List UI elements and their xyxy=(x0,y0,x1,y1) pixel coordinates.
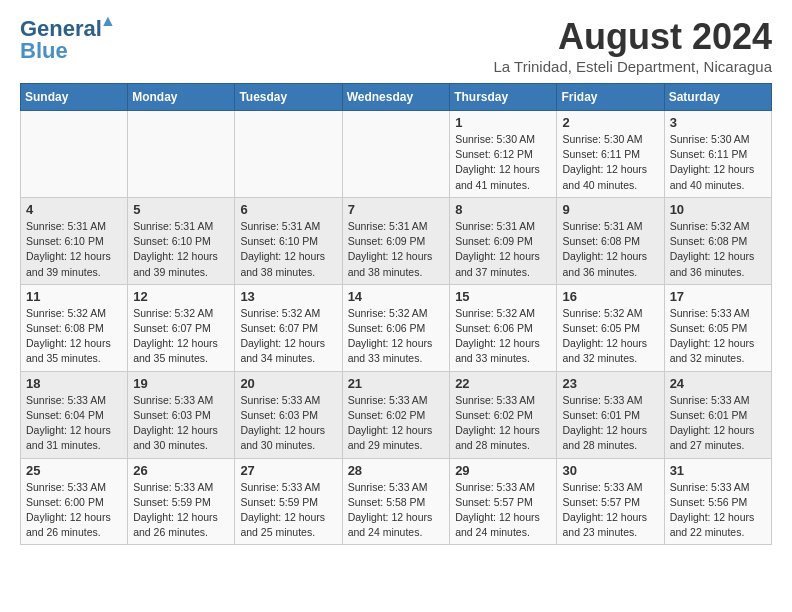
day-info: Sunrise: 5:33 AM Sunset: 5:57 PM Dayligh… xyxy=(562,480,658,541)
day-cell: 18Sunrise: 5:33 AM Sunset: 6:04 PM Dayli… xyxy=(21,371,128,458)
day-number: 27 xyxy=(240,463,336,478)
column-header-thursday: Thursday xyxy=(450,84,557,111)
day-number: 30 xyxy=(562,463,658,478)
day-number: 18 xyxy=(26,376,122,391)
day-cell: 15Sunrise: 5:32 AM Sunset: 6:06 PM Dayli… xyxy=(450,284,557,371)
day-cell: 17Sunrise: 5:33 AM Sunset: 6:05 PM Dayli… xyxy=(664,284,771,371)
day-info: Sunrise: 5:32 AM Sunset: 6:06 PM Dayligh… xyxy=(455,306,551,367)
week-row-1: 1Sunrise: 5:30 AM Sunset: 6:12 PM Daylig… xyxy=(21,111,772,198)
day-number: 29 xyxy=(455,463,551,478)
day-number: 7 xyxy=(348,202,445,217)
day-cell xyxy=(342,111,450,198)
day-number: 11 xyxy=(26,289,122,304)
day-cell: 19Sunrise: 5:33 AM Sunset: 6:03 PM Dayli… xyxy=(128,371,235,458)
header: General ▲ Blue August 2024 La Trinidad, … xyxy=(20,16,772,75)
column-header-sunday: Sunday xyxy=(21,84,128,111)
day-cell: 16Sunrise: 5:32 AM Sunset: 6:05 PM Dayli… xyxy=(557,284,664,371)
day-info: Sunrise: 5:33 AM Sunset: 6:03 PM Dayligh… xyxy=(133,393,229,454)
day-number: 31 xyxy=(670,463,766,478)
week-row-4: 18Sunrise: 5:33 AM Sunset: 6:04 PM Dayli… xyxy=(21,371,772,458)
day-cell: 27Sunrise: 5:33 AM Sunset: 5:59 PM Dayli… xyxy=(235,458,342,545)
day-info: Sunrise: 5:32 AM Sunset: 6:07 PM Dayligh… xyxy=(240,306,336,367)
day-info: Sunrise: 5:33 AM Sunset: 6:04 PM Dayligh… xyxy=(26,393,122,454)
day-cell: 12Sunrise: 5:32 AM Sunset: 6:07 PM Dayli… xyxy=(128,284,235,371)
header-row: SundayMondayTuesdayWednesdayThursdayFrid… xyxy=(21,84,772,111)
day-info: Sunrise: 5:33 AM Sunset: 5:59 PM Dayligh… xyxy=(133,480,229,541)
day-number: 12 xyxy=(133,289,229,304)
week-row-3: 11Sunrise: 5:32 AM Sunset: 6:08 PM Dayli… xyxy=(21,284,772,371)
day-number: 28 xyxy=(348,463,445,478)
day-number: 26 xyxy=(133,463,229,478)
day-cell: 20Sunrise: 5:33 AM Sunset: 6:03 PM Dayli… xyxy=(235,371,342,458)
column-header-friday: Friday xyxy=(557,84,664,111)
main-title: August 2024 xyxy=(494,16,772,58)
day-number: 13 xyxy=(240,289,336,304)
day-cell xyxy=(21,111,128,198)
day-cell: 28Sunrise: 5:33 AM Sunset: 5:58 PM Dayli… xyxy=(342,458,450,545)
day-cell: 4Sunrise: 5:31 AM Sunset: 6:10 PM Daylig… xyxy=(21,197,128,284)
column-header-saturday: Saturday xyxy=(664,84,771,111)
day-number: 24 xyxy=(670,376,766,391)
logo: General ▲ Blue xyxy=(20,16,102,64)
day-cell: 8Sunrise: 5:31 AM Sunset: 6:09 PM Daylig… xyxy=(450,197,557,284)
day-number: 5 xyxy=(133,202,229,217)
day-cell: 26Sunrise: 5:33 AM Sunset: 5:59 PM Dayli… xyxy=(128,458,235,545)
day-number: 14 xyxy=(348,289,445,304)
day-info: Sunrise: 5:33 AM Sunset: 6:03 PM Dayligh… xyxy=(240,393,336,454)
day-info: Sunrise: 5:32 AM Sunset: 6:06 PM Dayligh… xyxy=(348,306,445,367)
day-number: 15 xyxy=(455,289,551,304)
calendar-body: 1Sunrise: 5:30 AM Sunset: 6:12 PM Daylig… xyxy=(21,111,772,545)
day-cell: 10Sunrise: 5:32 AM Sunset: 6:08 PM Dayli… xyxy=(664,197,771,284)
calendar-header: SundayMondayTuesdayWednesdayThursdayFrid… xyxy=(21,84,772,111)
day-cell: 31Sunrise: 5:33 AM Sunset: 5:56 PM Dayli… xyxy=(664,458,771,545)
day-number: 3 xyxy=(670,115,766,130)
day-cell: 22Sunrise: 5:33 AM Sunset: 6:02 PM Dayli… xyxy=(450,371,557,458)
day-info: Sunrise: 5:33 AM Sunset: 5:56 PM Dayligh… xyxy=(670,480,766,541)
calendar: SundayMondayTuesdayWednesdayThursdayFrid… xyxy=(20,83,772,545)
day-info: Sunrise: 5:33 AM Sunset: 6:01 PM Dayligh… xyxy=(670,393,766,454)
day-info: Sunrise: 5:33 AM Sunset: 5:59 PM Dayligh… xyxy=(240,480,336,541)
day-cell: 14Sunrise: 5:32 AM Sunset: 6:06 PM Dayli… xyxy=(342,284,450,371)
day-info: Sunrise: 5:33 AM Sunset: 6:02 PM Dayligh… xyxy=(348,393,445,454)
day-number: 6 xyxy=(240,202,336,217)
day-number: 16 xyxy=(562,289,658,304)
day-number: 17 xyxy=(670,289,766,304)
day-cell xyxy=(235,111,342,198)
day-info: Sunrise: 5:33 AM Sunset: 6:02 PM Dayligh… xyxy=(455,393,551,454)
day-cell: 21Sunrise: 5:33 AM Sunset: 6:02 PM Dayli… xyxy=(342,371,450,458)
day-number: 4 xyxy=(26,202,122,217)
week-row-5: 25Sunrise: 5:33 AM Sunset: 6:00 PM Dayli… xyxy=(21,458,772,545)
day-info: Sunrise: 5:33 AM Sunset: 6:05 PM Dayligh… xyxy=(670,306,766,367)
day-info: Sunrise: 5:33 AM Sunset: 6:00 PM Dayligh… xyxy=(26,480,122,541)
day-info: Sunrise: 5:33 AM Sunset: 5:58 PM Dayligh… xyxy=(348,480,445,541)
day-cell: 7Sunrise: 5:31 AM Sunset: 6:09 PM Daylig… xyxy=(342,197,450,284)
day-number: 9 xyxy=(562,202,658,217)
day-cell: 13Sunrise: 5:32 AM Sunset: 6:07 PM Dayli… xyxy=(235,284,342,371)
day-info: Sunrise: 5:31 AM Sunset: 6:10 PM Dayligh… xyxy=(133,219,229,280)
logo-bird-icon: ▲ xyxy=(100,12,116,30)
day-info: Sunrise: 5:31 AM Sunset: 6:10 PM Dayligh… xyxy=(240,219,336,280)
day-number: 1 xyxy=(455,115,551,130)
day-number: 25 xyxy=(26,463,122,478)
logo-general: General xyxy=(20,16,102,41)
day-cell: 9Sunrise: 5:31 AM Sunset: 6:08 PM Daylig… xyxy=(557,197,664,284)
day-cell: 6Sunrise: 5:31 AM Sunset: 6:10 PM Daylig… xyxy=(235,197,342,284)
day-info: Sunrise: 5:33 AM Sunset: 5:57 PM Dayligh… xyxy=(455,480,551,541)
day-info: Sunrise: 5:31 AM Sunset: 6:09 PM Dayligh… xyxy=(455,219,551,280)
day-cell: 23Sunrise: 5:33 AM Sunset: 6:01 PM Dayli… xyxy=(557,371,664,458)
day-cell: 2Sunrise: 5:30 AM Sunset: 6:11 PM Daylig… xyxy=(557,111,664,198)
day-info: Sunrise: 5:33 AM Sunset: 6:01 PM Dayligh… xyxy=(562,393,658,454)
day-info: Sunrise: 5:30 AM Sunset: 6:12 PM Dayligh… xyxy=(455,132,551,193)
day-info: Sunrise: 5:30 AM Sunset: 6:11 PM Dayligh… xyxy=(670,132,766,193)
subtitle: La Trinidad, Esteli Department, Nicaragu… xyxy=(494,58,772,75)
day-cell: 30Sunrise: 5:33 AM Sunset: 5:57 PM Dayli… xyxy=(557,458,664,545)
day-info: Sunrise: 5:31 AM Sunset: 6:08 PM Dayligh… xyxy=(562,219,658,280)
title-block: August 2024 La Trinidad, Esteli Departme… xyxy=(494,16,772,75)
day-cell: 25Sunrise: 5:33 AM Sunset: 6:00 PM Dayli… xyxy=(21,458,128,545)
day-number: 2 xyxy=(562,115,658,130)
day-info: Sunrise: 5:32 AM Sunset: 6:07 PM Dayligh… xyxy=(133,306,229,367)
column-header-tuesday: Tuesday xyxy=(235,84,342,111)
day-cell: 1Sunrise: 5:30 AM Sunset: 6:12 PM Daylig… xyxy=(450,111,557,198)
day-number: 21 xyxy=(348,376,445,391)
day-number: 8 xyxy=(455,202,551,217)
